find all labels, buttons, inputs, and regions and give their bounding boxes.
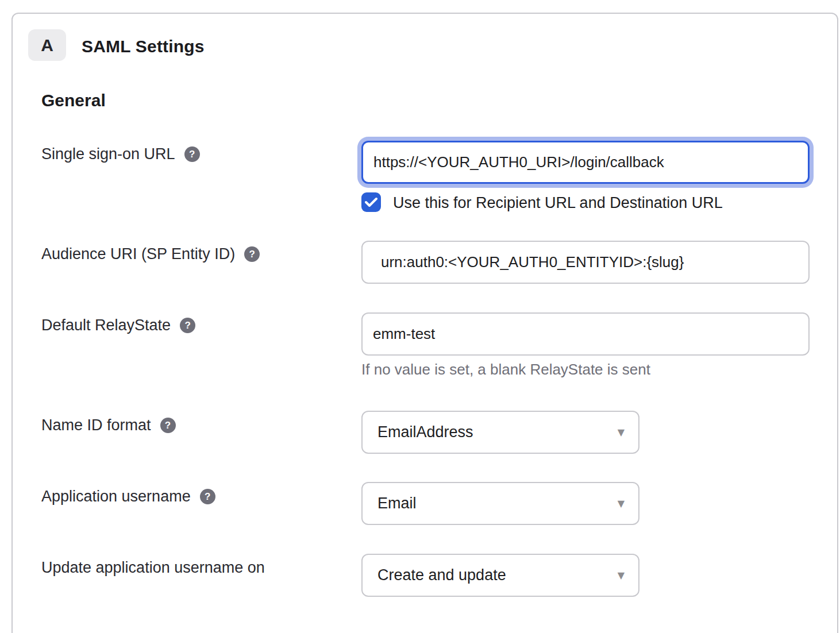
help-icon[interactable]: ? xyxy=(244,246,260,262)
saml-settings-panel: A SAML Settings General Single sign-on U… xyxy=(11,13,838,633)
update-application-username-select[interactable]: Create and update ▼ xyxy=(361,554,639,597)
name-id-format-value: EmailAddress xyxy=(377,423,618,441)
update-application-username-label: Update application username on xyxy=(41,559,265,577)
default-relaystate-label: Default RelayState ? xyxy=(41,317,195,334)
default-relaystate-input[interactable] xyxy=(361,312,810,356)
name-id-format-select[interactable]: EmailAddress ▼ xyxy=(361,411,639,454)
update-application-username-value: Create and update xyxy=(377,566,618,584)
name-id-format-label: Name ID format ? xyxy=(41,416,176,434)
recipient-url-checkbox-label[interactable]: Use this for Recipient URL and Destinati… xyxy=(393,194,723,212)
single-sign-on-url-label: Single sign-on URL ? xyxy=(41,145,200,163)
chevron-down-icon: ▼ xyxy=(618,427,625,438)
help-icon[interactable]: ? xyxy=(180,318,195,333)
help-icon[interactable]: ? xyxy=(160,418,176,433)
audience-uri-input[interactable] xyxy=(361,241,810,284)
audience-uri-label: Audience URI (SP Entity ID) ? xyxy=(41,245,260,263)
chevron-down-icon: ▼ xyxy=(618,498,625,509)
help-icon[interactable]: ? xyxy=(184,146,200,162)
application-username-select[interactable]: Email ▼ xyxy=(361,482,639,525)
general-section-title: General xyxy=(41,91,106,110)
help-icon[interactable]: ? xyxy=(200,489,215,504)
application-username-label: Application username ? xyxy=(41,488,215,505)
single-sign-on-url-input[interactable] xyxy=(361,141,810,184)
application-username-value: Email xyxy=(377,495,618,512)
section-badge-letter: A xyxy=(41,36,53,55)
chevron-down-icon: ▼ xyxy=(618,570,625,581)
checkmark-icon xyxy=(365,197,377,207)
page-title: SAML Settings xyxy=(82,37,205,56)
section-badge: A xyxy=(28,29,66,61)
relaystate-hint: If no value is set, a blank RelayState i… xyxy=(361,361,650,379)
recipient-url-checkbox[interactable] xyxy=(361,192,381,212)
